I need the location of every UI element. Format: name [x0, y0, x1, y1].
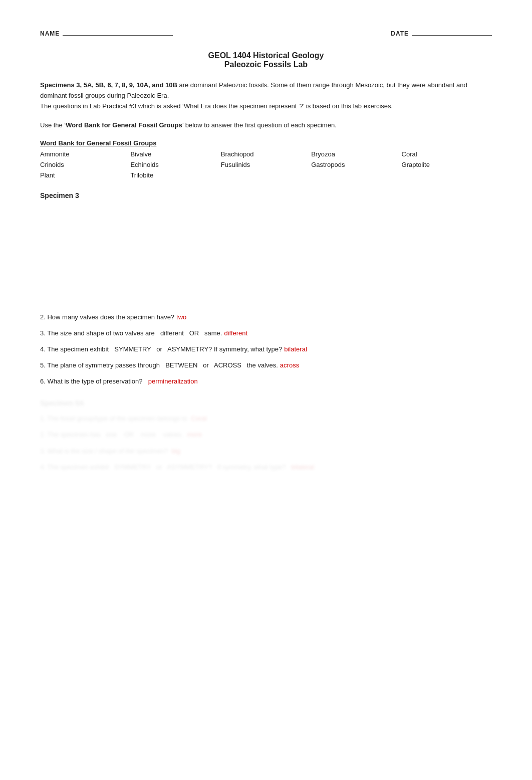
- wb-item-6: Echinoids: [130, 160, 220, 169]
- intro-text2: The questions in Lab Practical #3 which …: [40, 101, 492, 112]
- q3-answer: different: [224, 328, 247, 339]
- word-bank-section: Word Bank for General Fossil Groups Ammo…: [40, 139, 492, 179]
- q5-text: 5. The plane of symmetry passes through: [40, 360, 160, 371]
- question-2: 2. How many valves does the specimen hav…: [40, 312, 492, 323]
- specimen3-title: Specimen 3: [40, 191, 492, 200]
- date-label: DATE: [391, 30, 409, 37]
- name-line[interactable]: [63, 35, 173, 36]
- q3-middle: different OR same.: [157, 328, 222, 339]
- wb-item-4: Coral: [402, 150, 492, 158]
- word-bank-grid: Ammonite Bivalve Brachiopod Bryozoa Cora…: [40, 150, 492, 179]
- intro-bold: Specimens 3, 5A, 5B, 6, 7, 8, 9, 10A, an…: [40, 81, 177, 89]
- blurred-q3-answer: big: [170, 446, 180, 457]
- wb-item-0: Ammonite: [40, 150, 130, 158]
- q4-middle: SYMMETRY or ASYMMETRY? If symmetry, what…: [111, 344, 282, 355]
- date-line[interactable]: [412, 35, 492, 36]
- wb-item-10: Plant: [40, 171, 130, 179]
- blurred-q1-text: 1. The fossil group/type of the specimen…: [40, 413, 187, 424]
- wb-item-empty1: [221, 171, 311, 179]
- blurred-q2: 2. The specimen has one OR more valves. …: [40, 429, 492, 440]
- wb-item-3: Bryozoa: [311, 150, 401, 158]
- instruction-suffix: ’ below to answer the first question of …: [182, 121, 337, 129]
- q6-text: 6. What is the type of preservation?: [40, 376, 143, 387]
- wb-item-5: Crinoids: [40, 160, 130, 169]
- wb-item-1: Bivalve: [130, 150, 220, 158]
- question-4: 4. The specimen exhibit SYMMETRY or ASYM…: [40, 344, 492, 355]
- q4-answer: bilateral: [284, 344, 307, 355]
- q5-middle: BETWEEN or ACROSS the valves.: [162, 360, 278, 371]
- q2-answer: two: [176, 312, 186, 323]
- q3-text: 3. The size and shape of two valves are: [40, 328, 155, 339]
- wb-item-7: Fusulinids: [221, 160, 311, 169]
- blurred-q1-answer: Coral: [189, 413, 207, 424]
- wb-item-11: Trilobite: [130, 171, 220, 179]
- word-bank-instruction: Use the ‘Word Bank for General Fossil Gr…: [40, 120, 492, 130]
- q6-answer: permineralization: [145, 376, 198, 387]
- blurred-q4-text: 4. The specimen exhibit SYMMETRY or ASYM…: [40, 462, 286, 473]
- instruction-bold: Word Bank for General Fossil Groups: [66, 121, 182, 129]
- question-6: 6. What is the type of preservation? per…: [40, 376, 492, 387]
- specimen3-image-area: [40, 205, 492, 305]
- word-bank-title: Word Bank for General Fossil Groups: [40, 139, 492, 147]
- instruction-prefix: Use the ‘: [40, 121, 66, 129]
- title-line1: GEOL 1404 Historical Geology: [208, 51, 324, 60]
- wb-item-2: Brachiopod: [221, 150, 311, 158]
- blurred-q1: 1. The fossil group/type of the specimen…: [40, 413, 492, 424]
- q4-text: 4. The specimen exhibit: [40, 344, 109, 355]
- wb-item-empty3: [402, 171, 492, 179]
- q2-number: 2. How many valves does the specimen hav…: [40, 312, 174, 323]
- question-5: 5. The plane of symmetry passes through …: [40, 360, 492, 371]
- title-line2: Paleozoic Fossils Lab: [224, 60, 308, 69]
- blurred-specimen-title: Specimen 5A: [40, 399, 492, 407]
- blurred-q3: 3. What is the size / shape of the speci…: [40, 446, 492, 457]
- header-fields: NAME DATE: [40, 30, 492, 37]
- page-title-block: GEOL 1404 Historical Geology Paleozoic F…: [40, 51, 492, 69]
- blurred-q3-text: 3. What is the size / shape of the speci…: [40, 446, 168, 457]
- date-field: DATE: [391, 30, 492, 37]
- question-3: 3. The size and shape of two valves are …: [40, 328, 492, 339]
- q5-answer: across: [280, 360, 299, 371]
- name-field: NAME: [40, 30, 173, 37]
- specimen3-section: Specimen 3 2. How many valves does the s…: [40, 191, 492, 387]
- wb-item-empty2: [311, 171, 401, 179]
- blurred-q4-answer: bilateral: [288, 462, 314, 473]
- blurred-q2-text: 2. The specimen has one OR more valves.: [40, 429, 183, 440]
- wb-item-9: Graptolite: [402, 160, 492, 169]
- name-label: NAME: [40, 30, 60, 37]
- intro-paragraph: Specimens 3, 5A, 5B, 6, 7, 8, 9, 10A, an…: [40, 80, 492, 111]
- blurred-q2-answer: more: [185, 429, 202, 440]
- wb-item-8: Gastropods: [311, 160, 401, 169]
- blurred-q4: 4. The specimen exhibit SYMMETRY or ASYM…: [40, 462, 492, 473]
- blurred-specimen-section: Specimen 5A 1. The fossil group/type of …: [40, 399, 492, 472]
